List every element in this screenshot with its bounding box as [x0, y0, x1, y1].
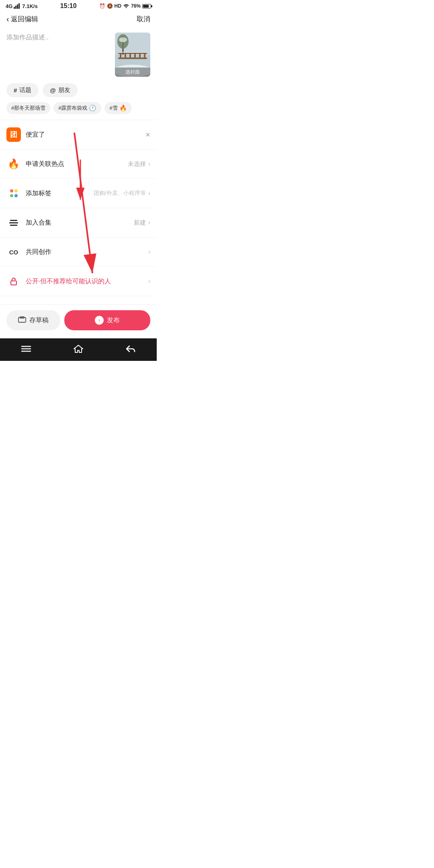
hotspot-icon: 🔥	[6, 157, 21, 171]
hashtag-chip-1[interactable]: #霹雳布袋戏 🕐	[53, 102, 101, 114]
hashtag-chip-label-1: #霹雳布袋戏	[58, 104, 87, 112]
publish-button[interactable]: ↑ 发布	[64, 310, 150, 330]
battery-label: 76%	[131, 3, 141, 9]
topic-label: 话题	[19, 86, 31, 94]
friend-label: 朋友	[58, 86, 70, 94]
tag-buttons-row: # 话题 @ 朋友	[0, 82, 157, 102]
tags-chevron-icon: ›	[148, 190, 150, 197]
tuangoule-icon: 团	[6, 127, 21, 142]
co-create-label: 共同创作	[26, 248, 148, 256]
hotspot-label: 申请关联热点	[26, 160, 128, 168]
menu-item-privacy[interactable]: 公开·但不推荐给可能认识的人 ›	[0, 267, 157, 296]
collection-value: 新建	[134, 219, 146, 227]
tuangoule-close-icon[interactable]: ×	[145, 130, 150, 139]
privacy-label: 公开·但不推荐给可能认识的人	[26, 277, 148, 286]
collection-label: 加入合集	[26, 219, 134, 227]
publish-label: 发布	[107, 316, 120, 325]
hashtag-symbol: #	[14, 87, 17, 94]
mute-icon: 🔕	[107, 3, 113, 9]
description-input[interactable]: 添加作品描述..	[6, 33, 110, 42]
nav-menu-button[interactable]	[13, 344, 39, 354]
draft-icon	[18, 316, 26, 324]
description-area: 添加作品描述..	[0, 28, 157, 82]
publish-circle-icon: ↑	[95, 316, 104, 325]
status-right: ⏰ 🔕 HD 76%	[99, 3, 151, 9]
status-time: 15:10	[60, 2, 77, 10]
topic-button[interactable]: # 话题	[6, 83, 39, 97]
bottom-bar: 存草稿 ↑ 发布	[0, 304, 157, 338]
cover-label[interactable]: 选封面	[115, 68, 150, 77]
friend-button[interactable]: @ 朋友	[43, 83, 78, 97]
nav-home-button[interactable]	[65, 342, 92, 355]
wifi-icon	[123, 3, 129, 9]
alarm-icon: ⏰	[99, 3, 105, 9]
back-button[interactable]: ‹ 返回编辑	[6, 14, 38, 24]
collection-chevron-icon: ›	[148, 219, 150, 226]
hashtag-chip-label-2: #雪	[109, 104, 117, 112]
signal-bars	[14, 3, 20, 9]
at-symbol: @	[50, 87, 56, 94]
menu-item-hotspot[interactable]: 🔥 申请关联热点 未选择 ›	[0, 149, 157, 179]
privacy-icon	[6, 274, 21, 289]
menu-item-co-create[interactable]: CO 共同创作 ›	[0, 237, 157, 267]
publish-arrow-icon: ↑	[98, 317, 101, 323]
tuangoule-label: 便宜了	[26, 131, 145, 139]
tags-value: 团购/外卖、小程序等	[94, 190, 146, 197]
hashtag-chip-0[interactable]: #那冬天那场雪	[6, 102, 50, 114]
draft-label: 存草稿	[29, 316, 49, 325]
svg-rect-15	[11, 281, 16, 285]
status-left: 4G 7.1K/s	[6, 3, 38, 9]
svg-rect-14	[118, 52, 147, 53]
back-chevron-icon: ‹	[6, 14, 9, 24]
draft-button[interactable]: 存草稿	[6, 310, 60, 330]
tags-icon	[6, 186, 21, 201]
cancel-button[interactable]: 取消	[137, 14, 150, 24]
network-label: 4G	[6, 3, 12, 9]
nav-back-button[interactable]	[117, 343, 144, 355]
collection-icon	[6, 215, 21, 230]
co-create-chevron-icon: ›	[148, 248, 150, 256]
privacy-chevron-icon: ›	[148, 278, 150, 285]
svg-point-13	[119, 37, 127, 42]
hd-label: HD	[115, 3, 121, 9]
menu-item-collection[interactable]: 加入合集 新建 ›	[0, 208, 157, 237]
header: ‹ 返回编辑 取消	[0, 11, 157, 28]
tags-label: 添加标签	[26, 189, 94, 198]
battery-icon	[142, 4, 151, 8]
co-create-icon: CO	[6, 245, 21, 259]
fire-icon-chip: 🔥	[119, 104, 127, 112]
cover-thumbnail[interactable]: 选封面	[115, 33, 150, 77]
clock-icon: 🕐	[89, 104, 96, 112]
back-label: 返回编辑	[11, 14, 38, 24]
hotspot-value: 未选择	[128, 160, 146, 168]
menu-section: 团 便宜了 × 🔥 申请关联热点 未选择 › 添加标签 团购/外卖、小程序等	[0, 120, 157, 296]
hashtag-chip-label-0: #那冬天那场雪	[11, 104, 45, 112]
hashtag-chip-2[interactable]: #雪 🔥	[104, 102, 131, 114]
menu-item-tags[interactable]: 添加标签 团购/外卖、小程序等 ›	[0, 179, 157, 208]
hashtag-chips-row: #那冬天那场雪 #霹雳布袋戏 🕐 #雪 🔥	[0, 102, 157, 120]
status-bar: 4G 7.1K/s 15:10 ⏰ 🔕 HD 76%	[0, 0, 157, 11]
hotspot-chevron-icon: ›	[148, 160, 150, 168]
nav-bar	[0, 338, 157, 361]
svg-rect-3	[118, 57, 147, 59]
menu-item-tuangoule[interactable]: 团 便宜了 ×	[0, 120, 157, 149]
speed-label: 7.1K/s	[22, 3, 37, 9]
